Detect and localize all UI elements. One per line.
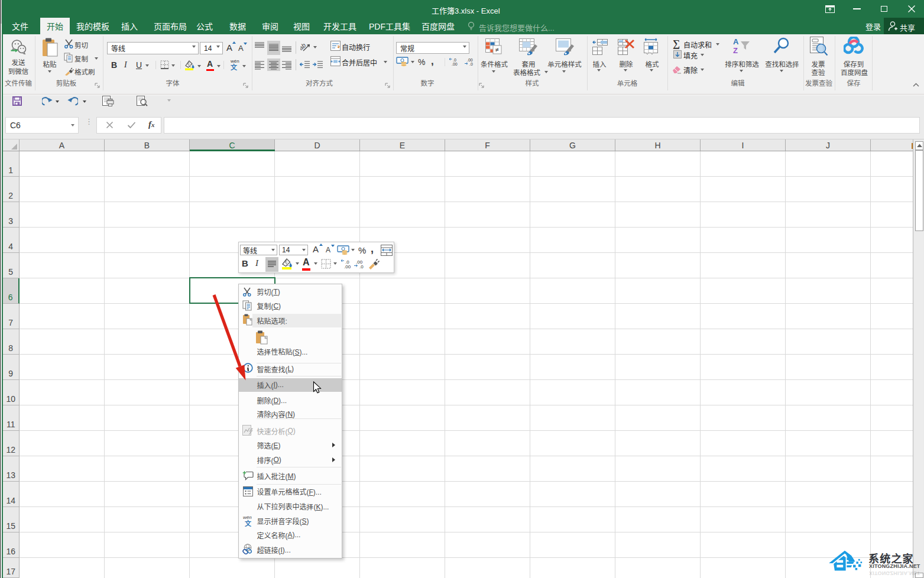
svg-text:A: A bbox=[733, 38, 739, 46]
svg-text:文: 文 bbox=[245, 519, 252, 527]
svg-text:.00: .00 bbox=[467, 58, 473, 62]
svg-text:.00: .00 bbox=[452, 62, 458, 66]
svg-text:.0: .0 bbox=[453, 58, 456, 62]
svg-text:.0: .0 bbox=[359, 264, 364, 269]
svg-text:.00: .00 bbox=[344, 264, 351, 269]
svg-text:Z: Z bbox=[733, 46, 738, 55]
svg-text:.0: .0 bbox=[469, 62, 473, 66]
svg-text:wén: wén bbox=[243, 515, 252, 520]
svg-text:≠: ≠ bbox=[495, 46, 499, 53]
